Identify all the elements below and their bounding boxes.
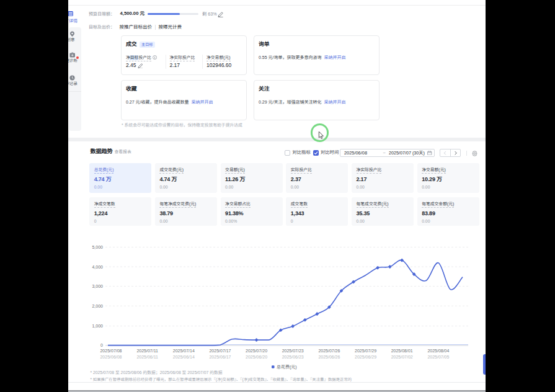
svg-text:2025/06/26: 2025/06/26 <box>318 355 340 359</box>
svg-text:2025/07/14: 2025/07/14 <box>173 349 195 353</box>
svg-text:2025/07/11: 2025/07/11 <box>136 349 158 353</box>
svg-text:2025/07/02: 2025/07/02 <box>391 355 413 359</box>
svg-text:2025/07/08: 2025/07/08 <box>100 349 122 353</box>
svg-text:2025/06/08: 2025/06/08 <box>100 355 122 359</box>
svg-text:2025/07/20: 2025/07/20 <box>246 349 267 353</box>
svg-text:5,000: 5,000 <box>92 245 103 249</box>
svg-text:2025/06/20: 2025/06/20 <box>246 355 267 359</box>
svg-text:2025/07/23: 2025/07/23 <box>282 349 304 353</box>
svg-text:1,000: 1,000 <box>92 324 103 328</box>
svg-text:2025/06/23: 2025/06/23 <box>282 355 304 359</box>
svg-text:2025/07/29: 2025/07/29 <box>355 349 376 353</box>
svg-text:2025/07/26: 2025/07/26 <box>318 349 340 353</box>
svg-text:总花费(元): 总花费(元) <box>277 365 297 370</box>
svg-text:2025/08/04: 2025/08/04 <box>427 349 449 353</box>
svg-text:2025/07/05: 2025/07/05 <box>427 355 449 359</box>
svg-text:2025/08/01: 2025/08/01 <box>391 349 413 353</box>
svg-text:2,000: 2,000 <box>92 304 103 308</box>
svg-text:2025/06/29: 2025/06/29 <box>355 355 376 359</box>
svg-text:0: 0 <box>100 343 103 347</box>
svg-text:2025/06/17: 2025/06/17 <box>209 355 231 359</box>
svg-text:3,000: 3,000 <box>92 284 103 288</box>
svg-text:2025/07/17: 2025/07/17 <box>209 349 231 353</box>
svg-text:2025/06/14: 2025/06/14 <box>173 355 195 359</box>
svg-text:2025/06/11: 2025/06/11 <box>136 355 158 359</box>
svg-text:4,000: 4,000 <box>92 265 103 269</box>
